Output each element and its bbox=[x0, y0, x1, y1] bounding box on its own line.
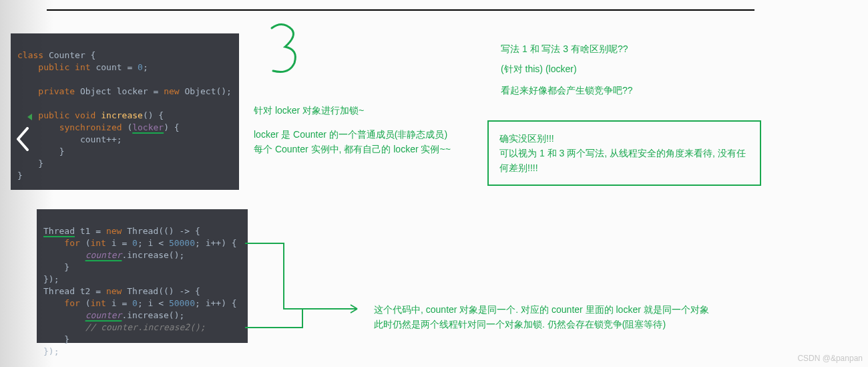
annot-line: (针对 this) (locker) bbox=[501, 62, 741, 76]
annot-line: locker 是 Counter 的一个普通成员(非静态成员) bbox=[254, 127, 474, 142]
annot-line: 看起来好像都会产生锁竞争吧?? bbox=[501, 83, 741, 98]
top-divider bbox=[47, 9, 754, 11]
annot-line: 这个代码中, counter 对象是同一个. 对应的 counter 里面的 l… bbox=[374, 302, 748, 317]
annot-line: 此时仍然是两个线程针对同一个对象加锁. 仍然会存在锁竞争(阻塞等待) bbox=[374, 317, 748, 332]
annot-line: 确实没区别!!! bbox=[499, 131, 749, 146]
annot-line: 可以视为 1 和 3 两个写法, 从线程安全的角度来看待, 没有任何差别!!!! bbox=[499, 146, 749, 175]
big-three-glyph bbox=[264, 19, 300, 79]
annot-line: 每个 Counter 实例中, 都有自己的 locker 实例~~ bbox=[254, 142, 474, 156]
code-block-counter-class: class Counter { public int count = 0; pr… bbox=[11, 33, 239, 190]
annotation-locker-explain: 针对 locker 对象进行加锁~ locker 是 Counter 的一个普通… bbox=[254, 103, 474, 156]
code-block-threads: Thread t1 = new Thread(() -> { for (int … bbox=[37, 209, 248, 343]
arrow-icon bbox=[244, 242, 377, 336]
gutter-mark-icon bbox=[27, 114, 32, 120]
annotation-answer-box: 确实没区别!!! 可以视为 1 和 3 两个写法, 从线程安全的角度来看待, 没… bbox=[487, 120, 761, 186]
locker-reference: locker bbox=[132, 122, 164, 132]
annotation-question: 写法 1 和 写法 3 有啥区别呢?? (针对 this) (locker) 看… bbox=[501, 41, 741, 98]
thread-t1-ref: Thread bbox=[43, 226, 75, 236]
counter-ref: counter bbox=[85, 310, 122, 320]
counter-ref: counter bbox=[85, 250, 122, 260]
watermark: CSDN @&panpan bbox=[797, 354, 863, 363]
annot-line: 针对 locker 对象进行加锁~ bbox=[254, 103, 474, 118]
annot-line: 写法 1 和 写法 3 有啥区别呢?? bbox=[501, 41, 741, 56]
annotation-thread-explain: 这个代码中, counter 对象是同一个. 对应的 counter 里面的 l… bbox=[374, 302, 748, 332]
